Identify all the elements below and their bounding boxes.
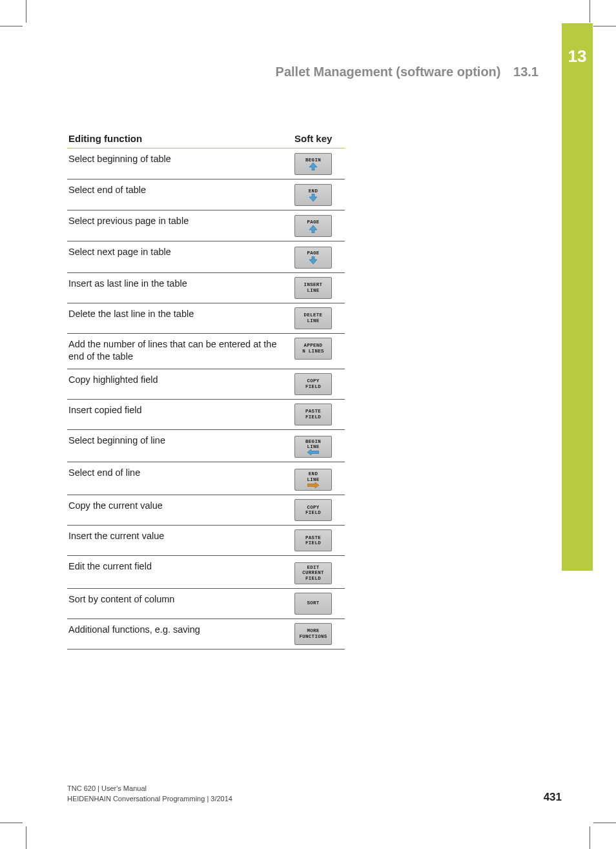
softkey-cell: COPYFIELD: [293, 369, 345, 399]
function-description: Delete the last line in the table: [67, 303, 293, 333]
header-section: 13.1: [513, 65, 539, 79]
table-header-function: Editing function: [67, 129, 293, 148]
softkey: PAGE: [294, 247, 332, 269]
softkey-label: END: [309, 471, 318, 476]
table-header-softkey: Soft key: [293, 129, 345, 148]
page-footer: TNC 620 | User's Manual HEIDENHAIN Conve…: [67, 784, 562, 804]
softkey-label: FIELD: [305, 414, 321, 420]
table-row: Select previous page in tablePAGE: [67, 210, 345, 241]
arrow-right-icon: [307, 482, 319, 488]
table-row: Insert the current valuePASTEFIELD: [67, 526, 345, 556]
function-description: Additional functions, e.g. saving: [67, 619, 293, 649]
softkey-cell: MOREFUNCTIONS: [293, 619, 345, 649]
table-row: Insert copied fieldPASTEFIELD: [67, 399, 345, 429]
softkey-label: APPEND: [304, 343, 323, 348]
function-description: Select beginning of line: [67, 429, 293, 462]
softkey: COPYFIELD: [294, 373, 332, 395]
softkey-label: FUNCTIONS: [299, 634, 327, 639]
softkey: APPENDN LINES: [294, 338, 332, 360]
softkey: END: [294, 184, 332, 206]
softkey: PASTEFIELD: [294, 404, 332, 425]
softkey-label: COPY: [307, 505, 319, 510]
softkey-cell: END: [293, 179, 345, 210]
softkey-label: PASTE: [305, 409, 321, 414]
softkey-label: MORE: [307, 628, 319, 633]
function-description: Select previous page in table: [67, 210, 293, 241]
softkey-label: PAGE: [307, 220, 319, 225]
footer-product: TNC 620 | User's Manual: [67, 784, 232, 793]
function-description: Select end of line: [67, 462, 293, 495]
function-description: Edit the current field: [67, 556, 293, 588]
chapter-tab: 13: [562, 23, 593, 571]
function-description: Insert copied field: [67, 399, 293, 429]
softkey-cell: PAGE: [293, 210, 345, 241]
softkey-cell: COPYFIELD: [293, 495, 345, 526]
arrow-up-icon: [309, 163, 318, 170]
table-row: Delete the last line in the tableDELETEL…: [67, 303, 345, 333]
softkey-cell: ENDLINE: [293, 462, 345, 495]
function-description: Sort by content of column: [67, 588, 293, 619]
softkey: EDITCURRENTFIELD: [294, 562, 332, 584]
softkey-cell: EDITCURRENTFIELD: [293, 556, 345, 588]
table-row: Sort by content of columnSORT: [67, 588, 345, 619]
softkey-cell: INSERTLINE: [293, 272, 345, 303]
softkey: DELETELINE: [294, 307, 332, 329]
table-row: Copy the current valueCOPYFIELD: [67, 495, 345, 526]
page-number: 431: [544, 791, 562, 804]
softkey: BEGIN: [294, 153, 332, 175]
arrow-left-icon: [307, 449, 319, 455]
table-row: Insert as last line in the tableINSERTLI…: [67, 272, 345, 303]
footer-doc: HEIDENHAIN Conversational Programming | …: [67, 794, 232, 804]
softkey-label: FIELD: [305, 576, 321, 581]
softkey: PASTEFIELD: [294, 529, 332, 551]
page-header: Pallet Management (software option) 13.1: [67, 65, 539, 79]
function-description: Copy the current value: [67, 495, 293, 526]
softkey-label: FIELD: [305, 540, 321, 546]
function-description: Select end of table: [67, 179, 293, 210]
softkey-label: LINE: [307, 288, 319, 293]
softkey-cell: PASTEFIELD: [293, 526, 345, 556]
softkey-label: FIELD: [305, 384, 321, 389]
table-row: Select next page in tablePAGE: [67, 241, 345, 272]
softkey-cell: APPENDN LINES: [293, 333, 345, 369]
softkey-label: DELETE: [304, 312, 323, 318]
softkey-label: COPY: [307, 378, 319, 384]
header-title: Pallet Management (software option): [276, 65, 501, 79]
function-description: Copy highlighted field: [67, 369, 293, 399]
softkey-label: PAGE: [307, 251, 319, 256]
table-row: Edit the current fieldEDITCURRENTFIELD: [67, 556, 345, 588]
softkey-label: BEGIN: [305, 439, 321, 444]
table-row: Select end of tableEND: [67, 179, 345, 210]
function-description: Select beginning of table: [67, 148, 293, 179]
function-description: Insert as last line in the table: [67, 272, 293, 303]
softkey-label: BEGIN: [305, 158, 321, 163]
function-description: Insert the current value: [67, 526, 293, 556]
softkey: PAGE: [294, 215, 332, 237]
table-row: Select beginning of tableBEGIN: [67, 148, 345, 179]
table-row: Select end of lineENDLINE: [67, 462, 345, 495]
softkey: MOREFUNCTIONS: [294, 623, 332, 645]
softkey-label: END: [309, 189, 318, 194]
softkey-cell: SORT: [293, 588, 345, 619]
softkey-label: PASTE: [305, 535, 321, 540]
softkey-label: LINE: [307, 318, 319, 323]
function-description: Add the number of lines that can be ente…: [67, 333, 293, 369]
softkey-label: LINE: [307, 477, 319, 482]
softkey: BEGINLINE: [294, 436, 332, 458]
arrow-up-icon: [309, 225, 318, 233]
softkey-cell: PASTEFIELD: [293, 399, 345, 429]
editing-functions-table: Editing function Soft key Select beginni…: [67, 129, 345, 650]
table-row: Additional functions, e.g. savingMOREFUN…: [67, 619, 345, 649]
arrow-down-icon: [309, 194, 318, 201]
softkey-label: SORT: [307, 600, 319, 606]
softkey: INSERTLINE: [294, 277, 332, 299]
softkey-label: EDIT: [307, 565, 319, 570]
softkey: COPYFIELD: [294, 499, 332, 521]
softkey-label: INSERT: [304, 282, 323, 287]
softkey-cell: PAGE: [293, 241, 345, 272]
function-description: Select next page in table: [67, 241, 293, 272]
softkey-label: CURRENT: [302, 570, 324, 575]
table-row: Select beginning of lineBEGINLINE: [67, 429, 345, 462]
softkey-cell: BEGIN: [293, 148, 345, 179]
softkey-label: FIELD: [305, 510, 321, 515]
